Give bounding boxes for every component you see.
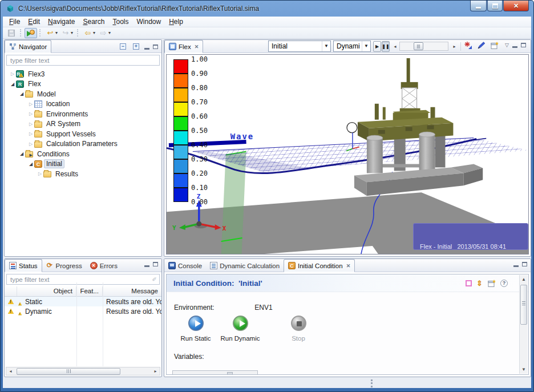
tab-initial-condition[interactable]: C Initial Condition ✕ bbox=[284, 259, 355, 272]
scroll-right-icon[interactable]: ▸ bbox=[151, 369, 160, 374]
step-forward-icon[interactable]: ▸ bbox=[451, 42, 458, 51]
menu-tools[interactable]: Tools bbox=[108, 17, 132, 26]
run-dynamic-button[interactable]: Run Dynamic bbox=[218, 316, 262, 342]
menu-search[interactable]: Search bbox=[79, 17, 108, 26]
status-hscrollbar[interactable]: ◂ ▸ bbox=[6, 367, 160, 375]
view-settings-button[interactable] bbox=[463, 41, 473, 50]
annotate-button[interactable] bbox=[476, 41, 486, 50]
tab-flex-view[interactable]: Flex ✕ bbox=[164, 40, 203, 53]
3d-viewport[interactable]: Wave bbox=[166, 54, 529, 254]
splitter-handle[interactable] bbox=[371, 379, 373, 387]
minimize-panel-icon[interactable] bbox=[513, 265, 519, 267]
animation-slider[interactable] bbox=[399, 42, 448, 51]
copy-view-button[interactable] bbox=[490, 41, 499, 50]
expanded-arrow-icon[interactable]: ◢ bbox=[18, 151, 25, 156]
tree-item-location[interactable]: ▷location bbox=[5, 99, 161, 110]
maximize-panel-icon[interactable] bbox=[153, 45, 158, 49]
navigator-filter-input[interactable] bbox=[9, 56, 157, 64]
tree-item-conditions[interactable]: ◢▶Conditions bbox=[5, 149, 161, 159]
expand-sections-icon[interactable]: ⇕ bbox=[476, 280, 483, 287]
minimize-icon bbox=[476, 7, 481, 9]
tab-console[interactable]: Console bbox=[164, 260, 206, 272]
scroll-left-icon[interactable]: ◂ bbox=[6, 369, 15, 374]
tab-navigator[interactable]: Navigator bbox=[5, 40, 51, 53]
back-button[interactable]: ⇦ bbox=[82, 28, 94, 38]
collapsed-arrow-icon[interactable]: ▷ bbox=[27, 111, 34, 116]
collapsed-arrow-icon[interactable]: ▷ bbox=[27, 142, 34, 147]
menu-help[interactable]: Help bbox=[165, 17, 187, 26]
new-window-icon[interactable] bbox=[487, 279, 496, 288]
tree-item-ar-system[interactable]: ▷AR System bbox=[5, 119, 161, 130]
tree-item-results[interactable]: ▷Results bbox=[5, 169, 161, 179]
maximize-panel-icon[interactable] bbox=[153, 262, 158, 266]
column-feature[interactable]: Feat... bbox=[76, 286, 103, 296]
maximize-panel-icon[interactable] bbox=[522, 262, 527, 266]
status-icon bbox=[9, 262, 17, 269]
tree-item-environments[interactable]: ▷Environments bbox=[5, 109, 161, 119]
view-menu-icon[interactable]: ▽ bbox=[505, 42, 509, 48]
scroll-up-icon[interactable]: ▲ bbox=[520, 275, 528, 284]
collapse-all-button[interactable]: − bbox=[118, 42, 128, 51]
scroll-down-icon[interactable]: ▼ bbox=[520, 365, 528, 374]
close-tab-icon[interactable]: ✕ bbox=[346, 263, 351, 269]
help-icon[interactable]: ? bbox=[500, 280, 508, 287]
maximize-panel-icon[interactable] bbox=[521, 43, 526, 47]
close-tab-icon[interactable]: ✕ bbox=[195, 44, 199, 50]
tree-item-support-vessels[interactable]: ▷Support Vessels bbox=[5, 129, 161, 139]
collapsed-arrow-icon[interactable]: ▷ bbox=[27, 102, 34, 107]
menu-window[interactable]: Window bbox=[133, 17, 165, 26]
step-back-icon[interactable]: ◂ bbox=[391, 42, 399, 51]
scroll-thumb[interactable] bbox=[520, 285, 527, 325]
environment-value[interactable]: ENV1 bbox=[254, 304, 272, 312]
minimize-panel-icon[interactable] bbox=[144, 265, 149, 267]
menu-edit[interactable]: Edit bbox=[24, 17, 44, 26]
forward-button[interactable]: ⇨ bbox=[97, 28, 110, 38]
column-object[interactable]: Object bbox=[17, 286, 76, 296]
condition-combo[interactable]: Initial ▼ bbox=[268, 41, 331, 52]
link-run-toggle-button[interactable] bbox=[25, 28, 37, 38]
status-row-dynamic[interactable]: DynamicResults are old. You bbox=[5, 306, 161, 316]
expanded-arrow-icon[interactable]: ◢ bbox=[9, 82, 16, 87]
form-vscrollbar[interactable]: ▲ ▼ bbox=[519, 275, 528, 374]
tab-progress[interactable]: ⟳ Progress bbox=[42, 260, 86, 272]
collapsed-arrow-icon[interactable]: ▷ bbox=[37, 171, 43, 176]
stop-button[interactable]: Stop bbox=[276, 316, 321, 342]
tree-item-flex[interactable]: ◢RFlex bbox=[5, 79, 161, 90]
tree-item-initial[interactable]: ◢CInitial bbox=[5, 159, 161, 169]
tree-item-flex3[interactable]: ▷RFlex3 bbox=[5, 69, 161, 79]
tab-errors[interactable]: ✕ Errors bbox=[86, 260, 122, 272]
column-message[interactable]: Message bbox=[103, 286, 161, 296]
play-button[interactable]: ▶ bbox=[373, 41, 381, 52]
tree-item-model[interactable]: ◢Model bbox=[5, 89, 161, 99]
collapsed-arrow-icon[interactable]: ▷ bbox=[27, 131, 34, 136]
tab-status[interactable]: Status bbox=[5, 259, 42, 272]
menu-navigate[interactable]: Navigate bbox=[44, 17, 79, 26]
status-filter-input[interactable] bbox=[9, 276, 152, 284]
minimize-panel-icon[interactable] bbox=[144, 48, 149, 50]
status-row-static[interactable]: StaticResults are old. You bbox=[5, 297, 161, 306]
slider-thumb[interactable] bbox=[414, 42, 423, 50]
menu-file[interactable]: File bbox=[5, 17, 24, 26]
collapsed-arrow-icon[interactable]: ▷ bbox=[27, 122, 34, 127]
expand-all-button[interactable]: + bbox=[131, 42, 141, 51]
filter-clear-icon[interactable]: ✐ bbox=[152, 276, 157, 282]
redo-button[interactable]: ↪ bbox=[59, 28, 72, 38]
save-button[interactable] bbox=[5, 28, 18, 38]
tab-dynamic-calculation[interactable]: Dynamic Calculation bbox=[206, 260, 284, 272]
variables-scrollbar[interactable] bbox=[172, 370, 258, 375]
pause-button[interactable]: ❚❚ bbox=[382, 41, 390, 52]
undo-button[interactable]: ↩ bbox=[44, 28, 56, 38]
mode-combo[interactable]: Dynami ▼ bbox=[333, 41, 371, 52]
run-static-button[interactable]: Run Static bbox=[173, 316, 218, 342]
scroll-thumb[interactable] bbox=[17, 368, 120, 375]
close-button[interactable]: ✕ bbox=[503, 1, 529, 11]
minimize-button[interactable] bbox=[470, 1, 487, 11]
maximize-button[interactable] bbox=[487, 1, 503, 11]
minimize-panel-icon[interactable] bbox=[512, 46, 517, 48]
legend-label: 0.40 bbox=[191, 141, 217, 149]
pink-square-icon[interactable] bbox=[466, 280, 472, 286]
tree-item-calculation-parameters[interactable]: ▷Calculation Parameters bbox=[5, 139, 161, 149]
expanded-arrow-icon[interactable]: ◢ bbox=[27, 161, 34, 167]
collapsed-arrow-icon[interactable]: ▷ bbox=[9, 71, 16, 76]
expanded-arrow-icon[interactable]: ◢ bbox=[18, 91, 25, 96]
